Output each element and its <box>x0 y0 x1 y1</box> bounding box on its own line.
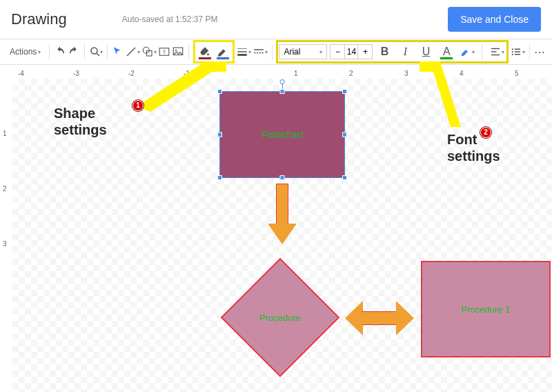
redo-button[interactable] <box>68 43 80 61</box>
annotation-font-settings: 2 Font settings <box>447 131 500 164</box>
arrow-down-shape[interactable] <box>268 184 297 246</box>
svg-line-1 <box>97 53 99 56</box>
svg-point-18 <box>512 48 513 50</box>
svg-line-2 <box>127 48 135 56</box>
autosave-status: Auto-saved at 1:52:37 PM <box>122 14 448 24</box>
procedure-1-rect[interactable]: Procedure 1 <box>421 261 551 357</box>
select-tool[interactable] <box>111 43 124 61</box>
svg-marker-24 <box>137 61 226 112</box>
svg-point-8 <box>175 50 177 51</box>
zoom-button[interactable]: ▾ <box>89 43 103 61</box>
annotation-arrow-1 <box>130 58 233 113</box>
svg-text:T: T <box>163 49 166 55</box>
svg-point-0 <box>91 48 97 54</box>
arrow-bidirectional-shape[interactable] <box>345 301 414 335</box>
page-title: Drawing <box>11 10 67 28</box>
list-button[interactable]: ▾ <box>510 43 525 61</box>
svg-point-20 <box>512 54 513 55</box>
canvas-area: 1 2 3 1 Shape settings 2 Font settings F… <box>0 79 552 392</box>
border-weight-button[interactable]: ▾ <box>236 43 251 61</box>
font-size-value[interactable]: 14 <box>344 45 358 59</box>
bold-button[interactable]: B <box>375 43 393 61</box>
flowchart-rect-selected[interactable]: Flowchart <box>219 91 345 178</box>
actions-menu[interactable]: Actions▾ <box>6 44 45 59</box>
svg-point-19 <box>512 51 513 52</box>
badge-1: 1 <box>132 100 144 111</box>
svg-point-3 <box>143 47 149 53</box>
font-size-increase[interactable]: + <box>358 45 372 59</box>
save-and-close-button[interactable]: Save and Close <box>448 7 541 32</box>
more-button[interactable]: ⋯ <box>534 43 546 61</box>
border-dash-button[interactable]: ▾ <box>253 43 268 61</box>
undo-button[interactable] <box>54 43 66 61</box>
annotation-arrow-2 <box>413 58 495 134</box>
procedure-diamond[interactable]: Procedure <box>221 258 339 377</box>
badge-2: 2 <box>480 127 491 138</box>
italic-button[interactable]: I <box>396 43 414 61</box>
font-size-decrease[interactable]: − <box>331 45 344 59</box>
font-size-control[interactable]: − 14 + <box>330 44 373 59</box>
annotation-shape-settings: 1 Shape settings <box>54 105 107 138</box>
svg-point-9 <box>207 53 209 55</box>
vertical-ruler: 1 2 3 <box>0 79 12 392</box>
svg-marker-25 <box>420 61 461 127</box>
drawing-canvas[interactable]: 1 Shape settings 2 Font settings Flowcha… <box>12 79 552 392</box>
font-family-select[interactable]: Arial▾ <box>279 44 327 59</box>
header: Drawing Auto-saved at 1:52:37 PM Save an… <box>0 0 552 39</box>
